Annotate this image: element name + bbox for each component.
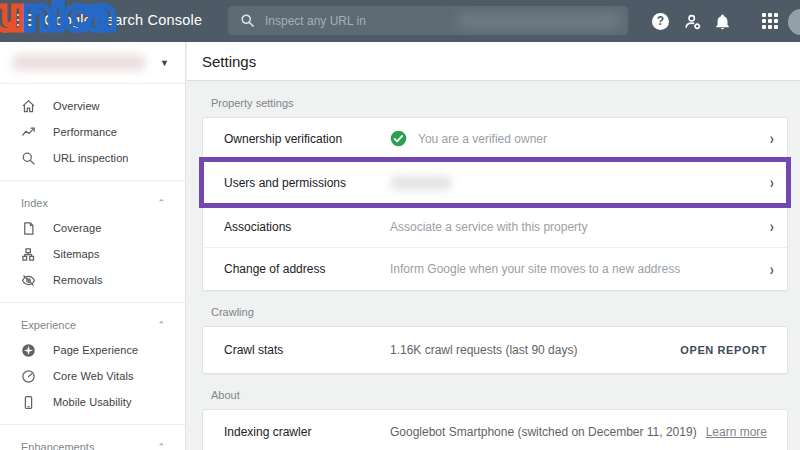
google-apps-button[interactable] bbox=[762, 0, 778, 42]
page-title: Settings bbox=[202, 53, 256, 70]
learn-more-link[interactable]: Learn more bbox=[706, 425, 767, 439]
sidebar-item-page-experience[interactable]: Page Experience bbox=[0, 337, 185, 363]
sidebar-group-index[interactable]: Index ⌃ bbox=[0, 190, 185, 215]
property-settings-card: Ownership verification You are a verifie… bbox=[202, 117, 788, 291]
sidebar-item-removals[interactable]: Removals bbox=[0, 267, 185, 293]
chevron-right-icon: › bbox=[770, 218, 774, 236]
row-change-of-address[interactable]: Change of address Inform Google when you… bbox=[203, 248, 787, 290]
property-selector[interactable]: ▼ bbox=[0, 42, 185, 84]
menu-icon[interactable] bbox=[17, 14, 33, 26]
search-icon bbox=[21, 151, 36, 166]
chevron-up-icon: ⌃ bbox=[157, 198, 165, 208]
row-crawl-stats[interactable]: Crawl stats 1.16K crawl requests (last 9… bbox=[203, 327, 787, 373]
smartphone-icon bbox=[21, 395, 36, 410]
crawling-card: Crawl stats 1.16K crawl requests (last 9… bbox=[202, 326, 788, 374]
row-users-and-permissions[interactable]: Users and permissions › bbox=[203, 160, 787, 206]
row-ownership-verification[interactable]: Ownership verification You are a verifie… bbox=[203, 118, 787, 160]
main-header: Settings bbox=[187, 42, 800, 81]
sidebar-item-core-web-vitals[interactable]: Core Web Vitals bbox=[0, 363, 185, 389]
user-gear-icon bbox=[683, 12, 702, 31]
row-indexing-crawler[interactable]: Indexing crawler Googlebot Smartphone (s… bbox=[203, 410, 787, 450]
top-app-bar: Google Search Console ? bbox=[0, 0, 800, 42]
notifications-button[interactable] bbox=[714, 0, 731, 42]
account-settings-button[interactable] bbox=[683, 0, 702, 42]
avatar[interactable] bbox=[788, 9, 800, 35]
verified-check-icon bbox=[390, 130, 407, 147]
blurred-property-url bbox=[456, 13, 621, 29]
chevron-right-icon: › bbox=[770, 130, 774, 148]
apps-grid-icon bbox=[762, 13, 778, 29]
line-chart-icon bbox=[21, 125, 36, 140]
help-icon: ? bbox=[652, 13, 669, 30]
sidebar-group-experience[interactable]: Experience ⌃ bbox=[0, 312, 185, 337]
sidebar-item-sitemaps[interactable]: Sitemaps bbox=[0, 241, 185, 267]
search-icon bbox=[240, 13, 255, 28]
help-button[interactable]: ? bbox=[652, 0, 669, 42]
blurred-owner-value bbox=[390, 176, 452, 190]
search-input[interactable] bbox=[265, 14, 485, 28]
sidebar-item-coverage[interactable]: Coverage bbox=[0, 215, 185, 241]
section-label-about: About bbox=[211, 389, 800, 401]
chevron-up-icon: ⌃ bbox=[157, 320, 165, 330]
section-label-crawling: Crawling bbox=[211, 306, 800, 318]
sitemap-icon bbox=[21, 247, 36, 262]
chevron-right-icon: › bbox=[770, 174, 774, 192]
gauge-icon bbox=[21, 369, 36, 384]
open-report-link[interactable]: OPEN REPORT bbox=[680, 344, 767, 356]
sidebar-item-mobile-usability[interactable]: Mobile Usability bbox=[0, 389, 185, 415]
chevron-up-icon: ⌃ bbox=[157, 442, 165, 450]
settings-content: Property settings Ownership verification… bbox=[187, 82, 800, 450]
app-title: Google Search Console bbox=[44, 12, 202, 28]
sidebar-item-url-inspection[interactable]: URL inspection bbox=[0, 145, 185, 171]
caret-down-icon: ▼ bbox=[160, 58, 169, 68]
sidebar-item-performance[interactable]: Performance bbox=[0, 119, 185, 145]
sidebar-group-enhancements[interactable]: Enhancements ⌃ bbox=[0, 434, 185, 450]
home-icon bbox=[21, 99, 36, 114]
eye-off-icon bbox=[21, 273, 36, 288]
section-label-property-settings: Property settings bbox=[211, 97, 800, 109]
page-icon bbox=[21, 221, 36, 236]
about-card: Indexing crawler Googlebot Smartphone (s… bbox=[202, 409, 788, 450]
blurred-property-name bbox=[12, 54, 146, 71]
row-associations[interactable]: Associations Associate a service with th… bbox=[203, 206, 787, 248]
url-inspect-searchbox[interactable] bbox=[228, 6, 628, 35]
sidebar-item-overview[interactable]: Overview bbox=[0, 93, 185, 119]
page-experience-icon bbox=[21, 343, 36, 358]
bell-icon bbox=[714, 13, 731, 30]
sidebar: ▼ Overview Performance URL inspection In… bbox=[0, 42, 186, 450]
chevron-right-icon: › bbox=[770, 260, 774, 278]
ownership-status-text: You are a verified owner bbox=[418, 132, 547, 146]
